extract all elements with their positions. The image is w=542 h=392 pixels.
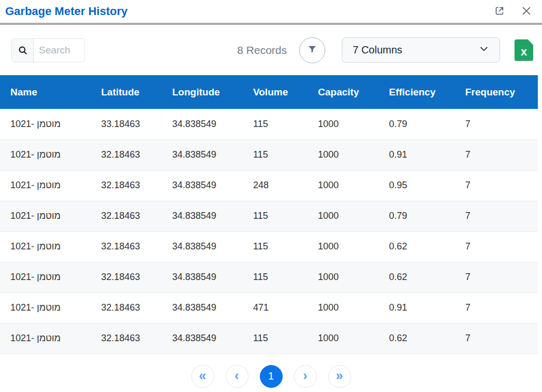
table-cell: 1021- מוטמן — [0, 139, 101, 170]
table-cell: 7 — [465, 201, 538, 231]
last-page-button[interactable]: » — [328, 365, 351, 388]
pagination: « ‹ 1 › » — [0, 354, 542, 388]
table-cell: 1000 — [318, 231, 389, 262]
records-count: 8 Records — [237, 44, 287, 57]
table-cell: 7 — [465, 323, 538, 354]
columns-select-value: 7 Columns — [353, 44, 402, 56]
table-body: 1021- מוטמן33.1846334.83854911510000.797… — [0, 109, 538, 354]
column-header-frequency[interactable]: Frequency — [465, 75, 538, 109]
table-cell: 34.838549 — [172, 231, 253, 262]
table-cell: 32.18463 — [101, 201, 172, 231]
chevron-down-icon — [479, 44, 489, 57]
table-cell: 248 — [253, 170, 318, 201]
previous-page-button[interactable]: ‹ — [226, 365, 248, 388]
toolbar: 8 Records 7 Columns x — [0, 25, 542, 75]
table-cell: 7 — [465, 231, 538, 262]
table-row[interactable]: 1021- מוטמן32.1846334.83854911510000.917 — [0, 139, 538, 170]
table-cell: 32.18463 — [101, 231, 172, 262]
table-cell: 34.838549 — [172, 139, 253, 170]
next-page-button[interactable]: › — [294, 365, 317, 388]
expand-button[interactable] — [493, 5, 506, 18]
filter-button[interactable] — [299, 37, 325, 63]
table-cell: 34.838549 — [172, 201, 253, 231]
table-cell: 7 — [465, 262, 538, 292]
table-cell: 471 — [253, 292, 318, 323]
table-row[interactable]: 1021- מוטמן32.1846334.83854911510000.627 — [0, 323, 538, 354]
table-cell: 32.18463 — [101, 139, 172, 170]
table-cell: 1021- מוטמן — [0, 109, 101, 139]
close-icon — [521, 5, 532, 18]
table-cell: 0.91 — [389, 139, 465, 170]
table-cell: 1021- מוטמן — [0, 201, 101, 231]
table-cell: 34.838549 — [172, 170, 253, 201]
column-header-longitude[interactable]: Longitude — [172, 75, 253, 109]
table-row[interactable]: 1021- מוטמן32.1846334.83854911510000.627 — [0, 231, 538, 262]
column-header-latitude[interactable]: Latitude — [101, 75, 172, 109]
table-cell: 1000 — [318, 170, 389, 201]
table-cell: 1000 — [318, 323, 389, 354]
search-icon — [12, 39, 34, 62]
title-bar: Garbage Meter History — [0, 0, 542, 23]
table-row[interactable]: 1021- מוטמן32.1846334.83854924810000.957 — [0, 170, 538, 201]
table-cell: 32.18463 — [101, 323, 172, 354]
table-cell: 0.91 — [389, 292, 465, 323]
column-header-volume[interactable]: Volume — [253, 75, 318, 109]
table-cell: 1000 — [318, 292, 389, 323]
table-cell: 34.838549 — [172, 109, 253, 139]
table-cell: 0.62 — [389, 262, 465, 292]
table-row[interactable]: 1021- מוטמן32.1846334.83854911510000.627 — [0, 262, 538, 292]
table-cell: 1000 — [318, 201, 389, 231]
expand-icon — [494, 5, 505, 18]
table-cell: 1000 — [318, 139, 389, 170]
search-input[interactable] — [34, 39, 85, 62]
column-header-capacity[interactable]: Capacity — [318, 75, 389, 109]
table-cell: 1021- מוטמן — [0, 292, 101, 323]
table-cell: 7 — [465, 292, 538, 323]
column-header-efficiency[interactable]: Efficiency — [389, 75, 465, 109]
excel-x-letter: x — [515, 46, 533, 58]
table-cell: 32.18463 — [101, 292, 172, 323]
table-cell: 32.18463 — [101, 262, 172, 292]
table-cell: 0.79 — [389, 109, 465, 139]
table-cell: 0.95 — [389, 170, 465, 201]
table-row[interactable]: 1021- מוטמן33.1846334.83854911510000.797 — [0, 109, 538, 139]
first-page-button[interactable]: « — [191, 365, 214, 388]
table-cell: 115 — [253, 231, 318, 262]
table-cell: 33.18463 — [101, 109, 172, 139]
double-chevron-right-icon: » — [336, 368, 343, 383]
window-controls — [493, 5, 533, 18]
page-number-button[interactable]: 1 — [260, 365, 283, 388]
table-cell: 115 — [253, 323, 318, 354]
table-header-row: NameLatitudeLongitudeVolumeCapacityEffic… — [0, 75, 538, 109]
table-cell: 1000 — [318, 109, 389, 139]
funnel-icon — [307, 44, 317, 56]
chevron-left-icon: ‹ — [234, 368, 239, 383]
table-cell: 1021- מוטמן — [0, 231, 101, 262]
double-chevron-left-icon: « — [199, 368, 206, 383]
current-page-label: 1 — [268, 370, 274, 382]
table-cell: 32.18463 — [101, 170, 172, 201]
excel-export-button[interactable]: x — [515, 39, 533, 61]
table-cell: 7 — [465, 109, 538, 139]
table-cell: 0.79 — [389, 201, 465, 231]
table-cell: 1021- מוטמן — [0, 323, 101, 354]
table-row[interactable]: 1021- מוטמן32.1846334.83854947110000.917 — [0, 292, 538, 323]
table-cell: 115 — [253, 262, 318, 292]
table-cell: 1021- מוטמן — [0, 170, 101, 201]
table-cell: 34.838549 — [172, 292, 253, 323]
close-button[interactable] — [520, 5, 533, 18]
search-group — [11, 38, 85, 62]
column-header-name[interactable]: Name — [0, 75, 101, 109]
table-cell: 7 — [465, 139, 538, 170]
table-row[interactable]: 1021- מוטמן32.1846334.83854911510000.797 — [0, 201, 538, 231]
table-cell: 0.62 — [389, 323, 465, 354]
table-cell: 1021- מוטמן — [0, 262, 101, 292]
table-cell: 0.62 — [389, 231, 465, 262]
table-cell: 34.838549 — [172, 323, 253, 354]
table-cell: 115 — [253, 201, 318, 231]
table-cell: 115 — [253, 109, 318, 139]
table-cell: 34.838549 — [172, 262, 253, 292]
table-container: NameLatitudeLongitudeVolumeCapacityEffic… — [0, 75, 542, 354]
page-title: Garbage Meter History — [5, 5, 493, 18]
columns-select[interactable]: 7 Columns — [342, 37, 500, 63]
